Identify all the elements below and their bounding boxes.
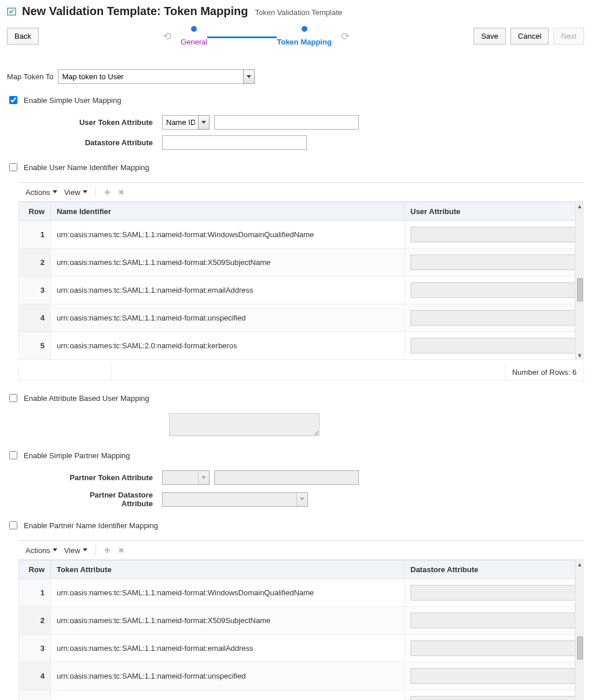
enable-simple-user-label: Enable Simple User Mapping [24,96,121,105]
row-number: 1 [19,579,51,607]
table1-col-name-identifier: Name Identifier [51,202,405,221]
user-token-attribute-input[interactable] [214,115,359,130]
enable-simple-user-checkbox[interactable] [9,96,17,104]
name-identifier-cell: urn:oasis:names:tc:SAML:1.1:nameid-forma… [51,635,405,662]
partner-token-attribute-label: Partner Token Attribute [65,473,157,482]
chevron-down-icon [296,492,308,507]
train-connector [207,36,277,38]
attribute-input [410,255,578,270]
name-identifier-cell: urn:oasis:names:tc:SAML:2.0:nameid-forma… [51,690,405,701]
scroll-down-icon: ▼ [577,351,583,360]
caret-down-icon [53,548,57,554]
vertical-scrollbar[interactable]: ▲ ▼ [575,202,584,360]
enable-attr-based-label: Enable Attribute Based User Mapping [24,394,149,403]
enable-simple-partner-checkbox[interactable] [9,451,17,459]
table2-col-token-attribute: Token Attribute [51,561,405,579]
remove-row-icon: ✖ [116,544,127,556]
scrollbar-thumb[interactable] [577,636,583,660]
scroll-up-icon: ▲ [577,560,583,569]
table2-col-row: Row [19,561,51,579]
table2-col-datastore-attribute: Datastore Attribute [405,561,584,579]
name-identifier-cell: urn:oasis:names:tc:SAML:1.1:nameid-forma… [51,249,405,277]
map-token-to-select[interactable] [58,69,255,84]
back-button[interactable]: Back [7,28,39,45]
row-number: 4 [19,662,51,690]
enable-attr-based-checkbox[interactable] [9,394,17,402]
train-step-general[interactable]: General [181,38,207,46]
remove-row-icon: ✖ [116,186,127,198]
table-row[interactable]: 5urn:oasis:names:tc:SAML:2.0:nameid-form… [19,332,584,360]
table-row[interactable]: 1urn:oasis:names:tc:SAML:1.1:nameid-form… [19,221,584,249]
save-button[interactable]: Save [473,28,506,45]
vertical-scrollbar[interactable]: ▲ ▼ [575,560,584,700]
next-button: Next [553,28,584,45]
user-token-attribute-label: User Token Attribute [65,118,157,127]
table1-actions-menu[interactable]: Actions [23,187,60,198]
attribute-input [410,696,578,700]
add-row-icon: ✚ [102,186,113,198]
attribute-input [410,585,578,600]
row-number: 1 [19,221,51,249]
wizard-train: ⟲ General Token Mapping ⟳ [43,26,469,46]
enable-partner-name-id-checkbox[interactable] [9,521,17,529]
scrollbar-thumb[interactable] [577,278,583,301]
attribute-input [410,668,578,684]
train-dot-general [191,26,197,32]
cancel-button[interactable]: Cancel [511,28,549,45]
attribute-input [410,310,578,326]
partner-datastore-attribute-select [162,492,308,507]
name-identifier-cell: urn:oasis:names:tc:SAML:1.1:nameid-forma… [51,607,405,635]
table-row[interactable]: 5urn:oasis:names:tc:SAML:2.0:nameid-form… [19,690,584,701]
enable-name-id-mapping-label: Enable User Name Identifier Mapping [24,163,149,172]
row-number: 5 [19,332,51,360]
datastore-attribute-input[interactable] [162,135,307,150]
name-identifier-cell: urn:oasis:names:tc:SAML:1.1:nameid-forma… [51,277,405,304]
table1-col-row: Row [19,202,51,221]
table-row[interactable]: 3urn:oasis:names:tc:SAML:1.1:nameid-form… [19,635,584,662]
table-row[interactable]: 1urn:oasis:names:tc:SAML:1.1:nameid-form… [19,579,584,607]
train-prev-icon: ⟲ [153,31,181,42]
table1-toolbar: Actions View ✚ ✖ [19,183,584,202]
name-identifier-cell: urn:oasis:names:tc:SAML:1.1:nameid-forma… [51,662,405,690]
table1-col-user-attribute: User Attribute [405,202,584,221]
table2-view-menu[interactable]: View [62,545,90,556]
chevron-down-icon[interactable] [198,115,210,130]
table1-row-count: Number of Rows: 6 [505,364,583,380]
row-number: 3 [19,277,51,304]
attribute-input [410,640,578,656]
caret-down-icon [83,190,87,196]
table1-view-menu[interactable]: View [62,187,90,198]
train-step-token-mapping[interactable]: Token Mapping [277,38,331,46]
train-dot-token-mapping [302,26,307,32]
row-number: 3 [19,635,51,662]
caret-down-icon [53,190,57,196]
enable-name-id-mapping-checkbox[interactable] [9,163,17,171]
name-identifier-table: Row Name Identifier User Attribute 1urn:… [19,202,584,360]
page-subtitle: Token Validation Template [255,8,342,17]
map-token-to-label: Map Token To [7,72,53,81]
page-title: New Validation Template: Token Mapping [22,5,248,18]
add-row-icon: ✚ [102,544,113,556]
table-row[interactable]: 3urn:oasis:names:tc:SAML:1.1:nameid-form… [19,277,584,304]
chevron-down-icon[interactable] [243,69,255,84]
table-row[interactable]: 4urn:oasis:names:tc:SAML:1.1:nameid-form… [19,304,584,332]
table-row[interactable]: 2urn:oasis:names:tc:SAML:1.1:nameid-form… [19,249,584,277]
attribute-input [410,282,578,298]
row-number: 5 [19,690,51,701]
row-number: 2 [19,249,51,277]
table2-toolbar: Actions View ✚ ✖ [19,541,584,560]
name-identifier-cell: urn:oasis:names:tc:SAML:2.0:nameid-forma… [51,332,405,360]
enable-simple-partner-label: Enable Simple Partner Mapping [24,451,130,460]
token-attribute-table: Row Token Attribute Datastore Attribute … [19,560,584,700]
table-row[interactable]: 2urn:oasis:names:tc:SAML:1.1:nameid-form… [19,607,584,635]
attribute-input [410,338,578,353]
partner-token-attribute-input [214,470,359,485]
scroll-up-icon: ▲ [577,202,583,211]
table-row[interactable]: 4urn:oasis:names:tc:SAML:1.1:nameid-form… [19,662,584,690]
row-number: 2 [19,607,51,635]
attr-based-textarea [169,413,320,436]
datastore-attribute-label: Datastore Attribute [65,138,157,147]
name-identifier-cell: urn:oasis:names:tc:SAML:1.1:nameid-forma… [51,221,405,249]
table2-actions-menu[interactable]: Actions [23,545,60,556]
train-next-icon: ⟳ [332,31,359,42]
